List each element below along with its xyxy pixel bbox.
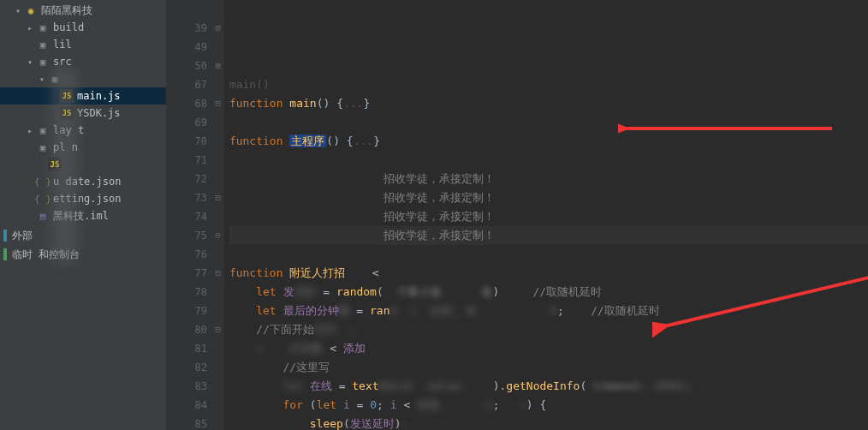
fld-icon: ▣ xyxy=(36,55,50,69)
fld-icon: ▣ xyxy=(48,72,62,86)
code-line[interactable]: function 主程序() {...} xyxy=(229,132,868,151)
fold-toggle xyxy=(212,38,224,57)
tree-item[interactable]: ▾▣src xyxy=(0,53,166,70)
fold-toggle xyxy=(212,207,224,226)
code-line[interactable] xyxy=(229,151,868,170)
code-line[interactable]: function main() {...} xyxy=(229,94,868,113)
tool-windows: 外部临时 和控制台 xyxy=(0,226,166,264)
fold-toggle[interactable]: ⊟ xyxy=(212,94,224,113)
fold-toggle xyxy=(212,0,224,19)
code-line[interactable]: function 附近人打招 < xyxy=(229,264,868,283)
fold-toggle xyxy=(212,151,224,170)
project-tree[interactable]: ▾◉陌陌黑科技▸▣build▸▣lil▾▣src▾▣▸JSmain.js▸JS … xyxy=(0,0,166,226)
tree-item[interactable]: ▸{ }u date.json xyxy=(0,173,166,190)
fold-toggle[interactable]: ⊞ xyxy=(212,19,224,38)
line-gutter: 3949506768697071727374757677787980818283… xyxy=(166,0,212,430)
chevron-icon[interactable]: ▾ xyxy=(12,6,24,15)
code-line[interactable]: //这里写 xyxy=(229,358,868,377)
tree-item[interactable]: ▸▤ 黑科技.iml xyxy=(0,207,166,224)
tree-item-label: src xyxy=(53,56,72,68)
tree-item-label: 黑科技.iml xyxy=(53,209,109,224)
tree-item[interactable]: ▸▣pl n xyxy=(0,139,166,156)
fold-toggle[interactable]: ⊖ xyxy=(212,226,224,245)
tree-item-label: lay t xyxy=(53,124,84,136)
code-line[interactable]: //下面开始写代 … xyxy=(229,320,868,339)
fold-toggle xyxy=(212,170,224,188)
tool-icon xyxy=(3,248,7,260)
tree-item[interactable]: ▸{ } etting.json xyxy=(0,190,166,207)
fold-toggle xyxy=(212,358,224,377)
fold-toggle[interactable]: ⊟ xyxy=(212,264,224,283)
tree-item-label: YSDK.js xyxy=(77,107,121,119)
code-editor[interactable]: 3949506768697071727374757677787980818283… xyxy=(166,0,868,430)
code-line[interactable]: 招收学徒，承接定制！ xyxy=(229,170,868,188)
tree-item[interactable]: ▸▣lil xyxy=(0,36,166,53)
json-icon: { } xyxy=(36,175,50,188)
tool-window-item[interactable]: 临时 和控制台 xyxy=(0,245,166,264)
tree-item-label: 陌陌黑科技 xyxy=(41,3,92,18)
js-icon: JS xyxy=(60,106,74,120)
tree-item[interactable]: ▸JSmain.js xyxy=(0,87,166,105)
tree-item[interactable]: ▸▣build xyxy=(0,19,166,36)
fold-gutter[interactable]: ⊞⊞⊟⊟⊖⊟⊟ xyxy=(212,0,224,430)
fold-toggle xyxy=(212,415,224,430)
tree-item[interactable]: ▾▣ xyxy=(0,70,166,87)
js-icon: JS xyxy=(48,158,62,171)
code-area[interactable]: main()function main() {...}function 主程序(… xyxy=(224,0,868,430)
tree-item-label: lil xyxy=(53,39,72,51)
code-line[interactable]: sleep(发送延时); xyxy=(229,415,868,430)
tree-item[interactable]: ▸JS xyxy=(0,156,166,173)
chevron-icon[interactable]: ▾ xyxy=(24,57,36,67)
fold-toggle xyxy=(212,113,224,132)
fold-toggle xyxy=(212,245,224,264)
code-line[interactable]: 招收学徒，承接定制！ xyxy=(229,207,868,226)
code-line[interactable]: for (let i = 0; i < 在线 -1; +) { xyxy=(229,396,868,415)
tree-item-label: u date.json xyxy=(53,176,121,188)
tree-item-label: main.js xyxy=(77,90,121,102)
fold-toggle xyxy=(212,283,224,302)
tool-label: 临时 和控制台 xyxy=(12,248,80,262)
tree-item-label: pl n xyxy=(53,141,78,153)
fold-toggle[interactable]: ⊟ xyxy=(212,320,224,339)
code-line[interactable]: main() xyxy=(229,75,868,94)
tree-item[interactable]: ▸JS YSDK.js xyxy=(0,105,166,122)
fold-toggle[interactable]: ⊟ xyxy=(212,188,224,207)
tool-window-item[interactable]: 外部 xyxy=(0,226,166,245)
fold-toggle xyxy=(212,75,224,94)
chevron-icon[interactable]: ▾ xyxy=(36,75,48,84)
fold-toggle[interactable]: ⊞ xyxy=(212,57,224,75)
fold-toggle xyxy=(212,339,224,358)
fld-icon: ▣ xyxy=(36,21,50,34)
chevron-icon[interactable]: ▸ xyxy=(24,126,36,135)
ide-window: ▾◉陌陌黑科技▸▣build▸▣lil▾▣src▾▣▸JSmain.js▸JS … xyxy=(0,0,868,430)
iml-icon: ▤ xyxy=(36,209,50,223)
fold-toggle xyxy=(212,132,224,151)
code-line[interactable] xyxy=(229,113,868,132)
code-line[interactable] xyxy=(229,245,868,264)
code-line[interactable]: 招收学徒，承接定制！ xyxy=(229,226,868,245)
fold-toggle xyxy=(212,377,224,396)
tree-item-label: build xyxy=(53,21,84,33)
tool-label: 外部 xyxy=(12,229,33,243)
fold-toggle xyxy=(212,396,224,415)
code-line[interactable]: 招收学徒，承接定制！ xyxy=(229,188,868,207)
code-line[interactable]: i 行次数 < 添加 xyxy=(229,339,868,358)
code-line[interactable]: let 在线 = textMatch value: ).getNodeInfo(… xyxy=(229,377,868,396)
code-line[interactable]: let 发迟时 = random( 寸最小值 值) //取随机延时 xyxy=(229,283,868,302)
project-sidebar: ▾◉陌陌黑科技▸▣build▸▣lil▾▣src▾▣▸JSmain.js▸JS … xyxy=(0,0,166,430)
proj-icon: ◉ xyxy=(24,3,38,17)
tree-item[interactable]: ▾◉陌陌黑科技 xyxy=(0,2,166,19)
fld-icon: ▣ xyxy=(36,140,50,154)
json-icon: { } xyxy=(36,192,50,206)
fld-icon: ▣ xyxy=(36,38,50,51)
tree-item-label: etting.json xyxy=(53,193,121,205)
tool-icon xyxy=(3,230,7,242)
js-icon: JS xyxy=(60,89,74,103)
fold-toggle xyxy=(212,302,224,320)
chevron-icon[interactable]: ▸ xyxy=(24,23,36,33)
tree-item[interactable]: ▸▣lay t xyxy=(0,122,166,139)
code-line[interactable]: let 最后的分钟数 = rand ( 分钟, 休 0; //取随机延时 xyxy=(229,302,868,320)
fld-icon: ▣ xyxy=(36,123,50,137)
